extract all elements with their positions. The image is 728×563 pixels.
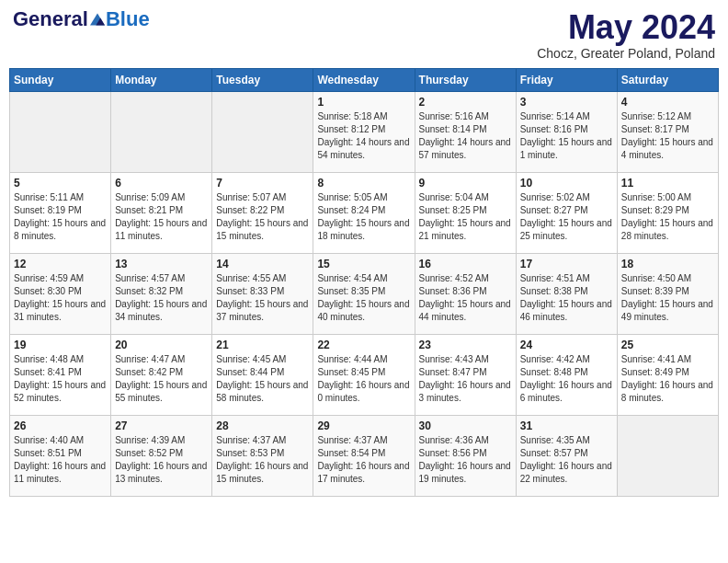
day-info: Sunrise: 4:51 AMSunset: 8:38 PMDaylight:…: [520, 272, 613, 324]
day-number: 14: [216, 258, 309, 270]
day-of-week-header: Friday: [516, 68, 617, 91]
day-info: Sunrise: 4:52 AMSunset: 8:36 PMDaylight:…: [419, 272, 512, 324]
day-info: Sunrise: 4:35 AMSunset: 8:57 PMDaylight:…: [520, 434, 613, 486]
day-info: Sunrise: 4:42 AMSunset: 8:48 PMDaylight:…: [520, 353, 613, 405]
calendar-cell: 4 Sunrise: 5:12 AMSunset: 8:17 PMDayligh…: [617, 91, 718, 172]
calendar-cell: [617, 415, 718, 496]
page-header: General Blue May 2024 Chocz, Greater Pol…: [9, 9, 719, 61]
day-of-week-header: Tuesday: [212, 68, 313, 91]
calendar-cell: 21 Sunrise: 4:45 AMSunset: 8:44 PMDaylig…: [212, 334, 313, 415]
day-info: Sunrise: 5:16 AMSunset: 8:14 PMDaylight:…: [419, 110, 512, 162]
day-number: 6: [115, 177, 208, 190]
calendar-cell: 5 Sunrise: 5:11 AMSunset: 8:19 PMDayligh…: [10, 172, 111, 253]
day-info: Sunrise: 4:57 AMSunset: 8:32 PMDaylight:…: [115, 272, 208, 324]
day-number: 21: [216, 339, 309, 351]
calendar-cell: 7 Sunrise: 5:07 AMSunset: 8:22 PMDayligh…: [212, 172, 313, 253]
calendar-cell: 1 Sunrise: 5:18 AMSunset: 8:12 PMDayligh…: [313, 91, 415, 172]
day-number: 16: [419, 258, 512, 270]
header-row: SundayMondayTuesdayWednesdayThursdayFrid…: [10, 68, 719, 91]
day-number: 2: [419, 96, 512, 109]
calendar-week-row: 1 Sunrise: 5:18 AMSunset: 8:12 PMDayligh…: [10, 91, 719, 172]
day-number: 13: [115, 258, 208, 270]
day-number: 4: [621, 96, 714, 109]
day-info: Sunrise: 5:14 AMSunset: 8:16 PMDaylight:…: [520, 110, 613, 162]
logo-icon: [90, 12, 105, 27]
day-number: 11: [621, 177, 714, 190]
calendar-cell: 29 Sunrise: 4:37 AMSunset: 8:54 PMDaylig…: [313, 415, 415, 496]
month-title: May 2024: [537, 9, 715, 46]
day-info: Sunrise: 5:09 AMSunset: 8:21 PMDaylight:…: [115, 191, 208, 243]
day-number: 9: [419, 177, 512, 190]
day-number: 26: [14, 419, 107, 432]
calendar-cell: 18 Sunrise: 4:50 AMSunset: 8:39 PMDaylig…: [617, 253, 718, 334]
day-number: 15: [317, 258, 410, 270]
calendar-table: SundayMondayTuesdayWednesdayThursdayFrid…: [9, 68, 719, 497]
day-info: Sunrise: 5:04 AMSunset: 8:25 PMDaylight:…: [419, 191, 512, 243]
calendar-cell: 3 Sunrise: 5:14 AMSunset: 8:16 PMDayligh…: [516, 91, 617, 172]
calendar-cell: 22 Sunrise: 4:44 AMSunset: 8:45 PMDaylig…: [313, 334, 415, 415]
day-number: 19: [14, 339, 107, 351]
day-info: Sunrise: 4:48 AMSunset: 8:41 PMDaylight:…: [14, 353, 107, 405]
day-number: 8: [317, 177, 410, 190]
calendar-cell: 9 Sunrise: 5:04 AMSunset: 8:25 PMDayligh…: [415, 172, 516, 253]
calendar-cell: 13 Sunrise: 4:57 AMSunset: 8:32 PMDaylig…: [111, 253, 212, 334]
day-info: Sunrise: 4:47 AMSunset: 8:42 PMDaylight:…: [115, 353, 208, 405]
day-info: Sunrise: 5:07 AMSunset: 8:22 PMDaylight:…: [216, 191, 309, 243]
day-info: Sunrise: 4:36 AMSunset: 8:56 PMDaylight:…: [419, 434, 512, 486]
day-number: 24: [520, 339, 613, 351]
calendar-cell: 17 Sunrise: 4:51 AMSunset: 8:38 PMDaylig…: [516, 253, 617, 334]
day-info: Sunrise: 4:43 AMSunset: 8:47 PMDaylight:…: [419, 353, 512, 405]
calendar-cell: 28 Sunrise: 4:37 AMSunset: 8:53 PMDaylig…: [212, 415, 313, 496]
day-info: Sunrise: 5:12 AMSunset: 8:17 PMDaylight:…: [621, 110, 714, 162]
day-info: Sunrise: 4:39 AMSunset: 8:52 PMDaylight:…: [115, 434, 208, 486]
calendar-cell: 2 Sunrise: 5:16 AMSunset: 8:14 PMDayligh…: [415, 91, 516, 172]
day-info: Sunrise: 4:50 AMSunset: 8:39 PMDaylight:…: [621, 272, 714, 324]
calendar-week-row: 12 Sunrise: 4:59 AMSunset: 8:30 PMDaylig…: [10, 253, 719, 334]
day-of-week-header: Thursday: [415, 68, 516, 91]
day-number: 29: [317, 419, 410, 432]
calendar-cell: 16 Sunrise: 4:52 AMSunset: 8:36 PMDaylig…: [415, 253, 516, 334]
location-text: Chocz, Greater Poland, Poland: [537, 46, 715, 61]
day-number: 27: [115, 419, 208, 432]
calendar-cell: 27 Sunrise: 4:39 AMSunset: 8:52 PMDaylig…: [111, 415, 212, 496]
day-info: Sunrise: 4:45 AMSunset: 8:44 PMDaylight:…: [216, 353, 309, 405]
day-number: 3: [520, 96, 613, 109]
day-of-week-header: Saturday: [617, 68, 718, 91]
calendar-cell: 20 Sunrise: 4:47 AMSunset: 8:42 PMDaylig…: [111, 334, 212, 415]
day-info: Sunrise: 4:41 AMSunset: 8:49 PMDaylight:…: [621, 353, 714, 405]
calendar-cell: 19 Sunrise: 4:48 AMSunset: 8:41 PMDaylig…: [10, 334, 111, 415]
day-info: Sunrise: 5:00 AMSunset: 8:29 PMDaylight:…: [621, 191, 714, 243]
calendar-cell: 6 Sunrise: 5:09 AMSunset: 8:21 PMDayligh…: [111, 172, 212, 253]
day-number: 7: [216, 177, 309, 190]
calendar-cell: 24 Sunrise: 4:42 AMSunset: 8:48 PMDaylig…: [516, 334, 617, 415]
day-number: 28: [216, 419, 309, 432]
calendar-cell: 8 Sunrise: 5:05 AMSunset: 8:24 PMDayligh…: [313, 172, 415, 253]
day-of-week-header: Sunday: [10, 68, 111, 91]
calendar-cell: 25 Sunrise: 4:41 AMSunset: 8:49 PMDaylig…: [617, 334, 718, 415]
calendar-cell: [111, 91, 212, 172]
day-number: 25: [621, 339, 714, 351]
calendar-cell: 23 Sunrise: 4:43 AMSunset: 8:47 PMDaylig…: [415, 334, 516, 415]
calendar-cell: 10 Sunrise: 5:02 AMSunset: 8:27 PMDaylig…: [516, 172, 617, 253]
day-info: Sunrise: 4:59 AMSunset: 8:30 PMDaylight:…: [14, 272, 107, 324]
logo-blue-text: Blue: [106, 9, 150, 29]
day-info: Sunrise: 5:02 AMSunset: 8:27 PMDaylight:…: [520, 191, 613, 243]
day-number: 12: [14, 258, 107, 270]
logo: General Blue: [13, 9, 150, 29]
day-info: Sunrise: 4:54 AMSunset: 8:35 PMDaylight:…: [317, 272, 410, 324]
calendar-week-row: 19 Sunrise: 4:48 AMSunset: 8:41 PMDaylig…: [10, 334, 719, 415]
day-info: Sunrise: 4:55 AMSunset: 8:33 PMDaylight:…: [216, 272, 309, 324]
day-number: 31: [520, 419, 613, 432]
calendar-cell: 12 Sunrise: 4:59 AMSunset: 8:30 PMDaylig…: [10, 253, 111, 334]
day-number: 18: [621, 258, 714, 270]
day-info: Sunrise: 5:11 AMSunset: 8:19 PMDaylight:…: [14, 191, 107, 243]
calendar-cell: 26 Sunrise: 4:40 AMSunset: 8:51 PMDaylig…: [10, 415, 111, 496]
calendar-cell: [212, 91, 313, 172]
calendar-cell: [10, 91, 111, 172]
calendar-cell: 14 Sunrise: 4:55 AMSunset: 8:33 PMDaylig…: [212, 253, 313, 334]
day-number: 1: [317, 96, 410, 109]
day-number: 17: [520, 258, 613, 270]
day-info: Sunrise: 5:18 AMSunset: 8:12 PMDaylight:…: [317, 110, 410, 162]
calendar-cell: 30 Sunrise: 4:36 AMSunset: 8:56 PMDaylig…: [415, 415, 516, 496]
day-number: 30: [419, 419, 512, 432]
